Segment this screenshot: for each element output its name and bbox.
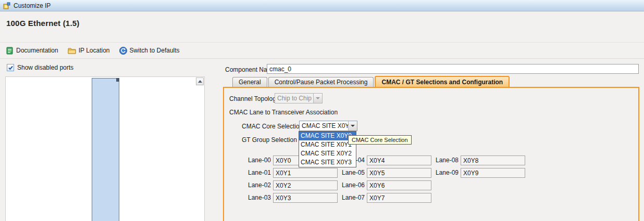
documentation-label: Documentation xyxy=(16,47,58,54)
chevron-down-icon xyxy=(316,97,320,99)
ip-symbol xyxy=(92,78,119,221)
channel-topology-value: Chip to Chip xyxy=(275,94,313,103)
lane-07-label: Lane-07 xyxy=(340,193,365,203)
show-disabled-ports-label: Show disabled ports xyxy=(17,64,73,71)
lane-06-field[interactable] xyxy=(367,180,431,190)
ip-location-button[interactable]: IP Location xyxy=(66,46,112,55)
folder-icon xyxy=(68,47,76,54)
customize-ip-icon xyxy=(3,2,10,9)
documentation-icon xyxy=(6,47,14,55)
tab-cmac-gt-selections[interactable]: CMAC / GT Selections and Configuration xyxy=(375,76,510,87)
lane-00-label: Lane-00 xyxy=(234,155,271,165)
tab-control-pause-packet-processing[interactable]: Control/Pause Packet Processing xyxy=(268,77,374,87)
channel-topology-select[interactable]: Chip to Chip xyxy=(275,93,323,103)
component-name-input[interactable] xyxy=(267,64,639,74)
window-titlebar: Customize IP xyxy=(0,0,644,11)
cmac-lane-association-section-label: CMAC Lane to Transceiver Association xyxy=(229,109,338,116)
gt-group-selection-label: GT Group Selection xyxy=(242,136,297,144)
lane-08-field[interactable] xyxy=(461,155,525,165)
show-disabled-ports-row: Show disabled ports xyxy=(7,64,73,71)
lane-09-field[interactable] xyxy=(461,168,525,178)
channel-topology-dropdown-button xyxy=(313,94,322,103)
dropdown-option-x0y1[interactable]: CMAC SITE X0Y1 xyxy=(299,140,356,149)
chevron-down-icon xyxy=(351,125,355,127)
lane-03-label: Lane-03 xyxy=(234,193,271,203)
cmac-core-selection-label: CMAC Core Selection xyxy=(242,123,303,130)
dropdown-option-x0y3[interactable]: CMAC SITE X0Y3 xyxy=(299,158,356,167)
page-title: 100G Ethernet (1.5) xyxy=(6,19,80,28)
lane-02-label: Lane-02 xyxy=(234,180,271,190)
ip-location-label: IP Location xyxy=(79,47,110,54)
switch-to-defaults-button[interactable]: Switch to Defaults xyxy=(118,46,181,56)
lane-06-label: Lane-06 xyxy=(340,180,365,190)
tab-bar: General Control/Pause Packet Processing … xyxy=(232,76,510,87)
documentation-button[interactable]: Documentation xyxy=(4,46,60,56)
lane-07-field[interactable] xyxy=(367,193,431,203)
lane-08-label: Lane-08 xyxy=(434,155,459,165)
tab-general[interactable]: General xyxy=(232,77,267,87)
cmac-core-selection-dropdown-button[interactable] xyxy=(348,121,357,131)
lane-01-label: Lane-01 xyxy=(234,168,271,178)
cmac-core-selection-select[interactable]: CMAC SITE X0Y0 xyxy=(299,121,357,131)
lane-05-label: Lane-05 xyxy=(340,168,365,178)
lane-grid: Lane-00 Lane-04 Lane-08 Lane-01 Lane-05 … xyxy=(234,155,525,203)
show-disabled-ports-checkbox[interactable] xyxy=(7,64,14,71)
tooltip: CMAC Core Selection xyxy=(348,135,412,145)
toolbar: Documentation IP Location Switch to Defa… xyxy=(0,42,644,59)
lane-01-field[interactable] xyxy=(273,168,338,178)
cmac-core-selection-value: CMAC SITE X0Y0 xyxy=(300,121,348,131)
ip-symbol-notch xyxy=(116,78,119,82)
lane-02-field[interactable] xyxy=(273,180,338,190)
lane-03-field[interactable] xyxy=(273,193,338,203)
channel-topology-label: Channel Topology xyxy=(229,95,279,102)
lane-04-field[interactable] xyxy=(367,155,431,165)
scroll-up-button[interactable] xyxy=(196,77,204,85)
switch-to-defaults-label: Switch to Defaults xyxy=(130,47,180,54)
arrow-up-icon xyxy=(198,80,202,83)
dropdown-option-x0y0[interactable]: CMAC SITE X0Y0 xyxy=(299,132,356,140)
lane-05-field[interactable] xyxy=(367,168,431,178)
dropdown-option-x0y2[interactable]: CMAC SITE X0Y2 xyxy=(299,149,356,158)
lane-09-label: Lane-09 xyxy=(434,168,459,178)
refresh-icon xyxy=(119,47,127,55)
ip-symbol-canvas xyxy=(5,76,205,221)
window-title: Customize IP xyxy=(14,2,51,9)
